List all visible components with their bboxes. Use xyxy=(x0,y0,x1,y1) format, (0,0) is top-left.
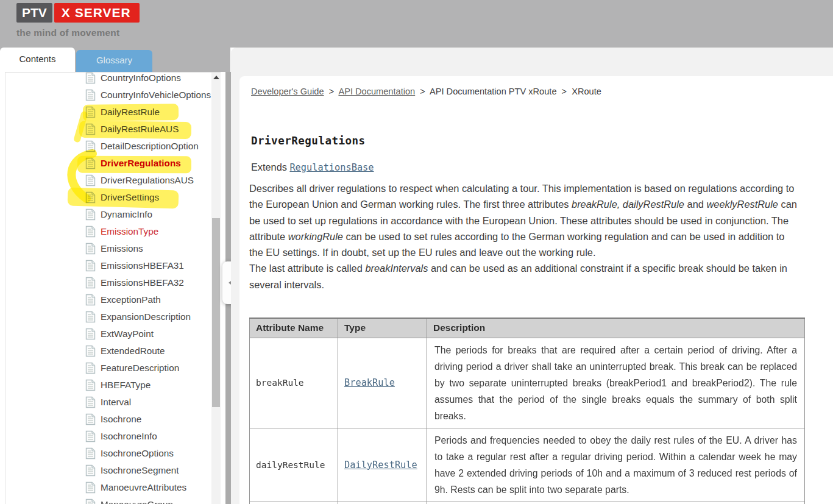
tab-contents[interactable]: Contents xyxy=(0,48,75,72)
breadcrumb-link-api-documentation[interactable]: API Documentation xyxy=(338,87,415,96)
document-icon xyxy=(85,260,96,272)
col-header-description: Description xyxy=(427,318,805,338)
ptv-xserver-logo: PTV X SERVER xyxy=(16,3,140,23)
sidebar-item[interactable]: EmissionType xyxy=(0,223,211,240)
sidebar-item[interactable]: CountryInfoVehicleOptions xyxy=(0,87,211,104)
sidebar-item-label: HBEFAType xyxy=(101,380,151,391)
sidebar-item[interactable]: ExtWayPoint xyxy=(0,325,211,343)
desc-italic: breakIntervals xyxy=(365,263,428,274)
tree-border xyxy=(5,72,5,504)
sidebar-item[interactable]: DailyRestRule xyxy=(0,104,211,121)
sidebar-item-label: Emissions xyxy=(101,243,143,254)
xserver-logo-box: X SERVER xyxy=(54,3,140,23)
app-header: PTV X SERVER the mind of movement xyxy=(0,0,833,48)
sidebar-item-label: FeatureDescription xyxy=(101,363,179,374)
breakrule-type-link[interactable]: BreakRule xyxy=(344,377,395,388)
document-icon xyxy=(85,225,96,238)
type-cell: DailyRestRule xyxy=(338,428,427,502)
description-cell: Periods and frequencies needed to obey t… xyxy=(427,428,805,502)
document-icon xyxy=(85,140,96,152)
dailyrestrule-type-link[interactable]: DailyRestRule xyxy=(344,460,417,470)
regulationsbase-link[interactable]: RegulationsBase xyxy=(289,162,374,173)
sidebar-item[interactable]: EmissionsHBEFA32 xyxy=(0,274,211,291)
main-area: Developer's Guide > API Documentation > … xyxy=(231,48,833,504)
description-cell: The periods for breaks that are required… xyxy=(427,338,805,428)
sidebar-scrollbar[interactable] xyxy=(211,72,221,504)
breadcrumb-separator: > xyxy=(562,87,567,96)
contents-tree: CountryInfoOptions CountryInfoVehicleOpt… xyxy=(0,69,211,504)
type-cell: BreakRule xyxy=(338,338,427,428)
sidebar-item-label: CountryInfoVehicleOptions xyxy=(101,90,211,101)
document-icon xyxy=(85,345,96,357)
sidebar-item[interactable]: ExceptionPath xyxy=(0,291,211,308)
sidebar-item-label: ExtendedRoute xyxy=(101,346,165,357)
sidebar-item-label: ExpansionDescription xyxy=(101,311,191,322)
brand-tagline: the mind of movement xyxy=(16,27,119,38)
attribute-name-cell: breakRule xyxy=(250,338,338,428)
sidebar-item[interactable]: FeatureDescription xyxy=(0,360,211,377)
document-icon xyxy=(85,277,96,289)
scroll-up-arrow-icon[interactable] xyxy=(213,76,219,79)
col-header-type: Type xyxy=(338,318,427,338)
ptv-logo-box: PTV xyxy=(16,3,52,23)
page-title: DriverRegulations xyxy=(251,135,366,147)
sidebar-item[interactable]: DriverSettings xyxy=(0,189,211,206)
sidebar-tabstrip: Glossary Contents xyxy=(0,48,230,72)
breadcrumb-item: API Documentation PTV xRoute xyxy=(430,87,556,96)
table-row: dailyRestRule DailyRestRule Periods and … xyxy=(250,428,805,502)
document-icon xyxy=(85,106,96,118)
sidebar-item[interactable]: DynamicInfo xyxy=(0,206,211,223)
sidebar-item-label: ManoeuvreAttributes xyxy=(101,482,186,493)
breadcrumb-link-developers-guide[interactable]: Developer's Guide xyxy=(251,87,324,96)
document-icon xyxy=(85,72,96,84)
table-header-row: Attribute Name Type Description xyxy=(250,318,805,338)
sidebar-item-label: Isochrone xyxy=(101,414,141,425)
desc-text: The last attribute is called xyxy=(249,263,365,274)
sidebar: CountryInfoOptions CountryInfoVehicleOpt… xyxy=(0,48,230,504)
document-icon xyxy=(85,396,96,408)
sidebar-item[interactable]: Isochrone xyxy=(0,411,211,428)
sidebar-item[interactable]: Emissions xyxy=(0,240,211,257)
document-icon xyxy=(85,191,96,204)
document-icon xyxy=(85,430,96,442)
extends-line: Extends RegulationsBase xyxy=(251,161,374,173)
sidebar-item-label: ExceptionPath xyxy=(101,294,161,305)
type-cell: WeeklyRestRule xyxy=(338,502,427,504)
document-icon xyxy=(85,481,96,494)
sidebar-item[interactable]: HBEFAType xyxy=(0,377,211,394)
sidebar-item[interactable]: DriverRegulationsAUS xyxy=(0,172,211,189)
sidebar-item[interactable]: ExtendedRoute xyxy=(0,343,211,360)
document-icon xyxy=(85,123,96,135)
sidebar-item[interactable]: IsochroneSegment xyxy=(0,462,211,479)
sidebar-item[interactable]: ExpansionDescription xyxy=(0,308,211,325)
document-icon xyxy=(85,311,96,323)
extends-label: Extends xyxy=(251,161,287,172)
sidebar-item-label: CountryInfoOptions xyxy=(101,73,181,83)
attribute-name-cell: dailyRestRule xyxy=(250,428,338,502)
breadcrumb: Developer's Guide > API Documentation > … xyxy=(251,87,601,96)
tree-border xyxy=(5,72,221,73)
sidebar-item[interactable]: IsochroneInfo xyxy=(0,428,211,445)
sidebar-item[interactable]: ManoeuvreAttributes xyxy=(0,479,211,496)
sidebar-item-label: DynamicInfo xyxy=(101,209,152,220)
document-icon xyxy=(85,208,96,221)
breadcrumb-item: XRoute xyxy=(572,87,601,96)
document-icon xyxy=(85,157,96,169)
sidebar-item[interactable]: IsochroneOptions xyxy=(0,445,211,462)
sidebar-item-label: IsochroneSegment xyxy=(101,465,179,476)
desc-italic: breakRule, dailyRestRule xyxy=(572,199,684,210)
sidebar-item-driverregulations-selected[interactable]: DriverRegulations xyxy=(0,155,211,172)
document-icon xyxy=(85,379,96,391)
sidebar-item[interactable]: ManoeuvreGroup xyxy=(0,496,211,504)
sidebar-item[interactable]: EmissionsHBEFA31 xyxy=(0,257,211,274)
col-header-attribute-name: Attribute Name xyxy=(250,318,338,338)
document-icon xyxy=(85,362,96,374)
document-icon xyxy=(85,464,96,477)
attribute-name-cell: weeklyRestRule xyxy=(250,502,338,504)
scrollbar-thumb[interactable] xyxy=(212,218,220,407)
sidebar-item[interactable]: DetailDescriptionOption xyxy=(0,138,211,155)
sidebar-item[interactable]: DailyRestRuleAUS xyxy=(0,121,211,138)
sidebar-item[interactable]: Interval xyxy=(0,394,211,411)
sidebar-item-label: EmissionType xyxy=(101,226,158,237)
tab-glossary[interactable]: Glossary xyxy=(76,50,152,72)
